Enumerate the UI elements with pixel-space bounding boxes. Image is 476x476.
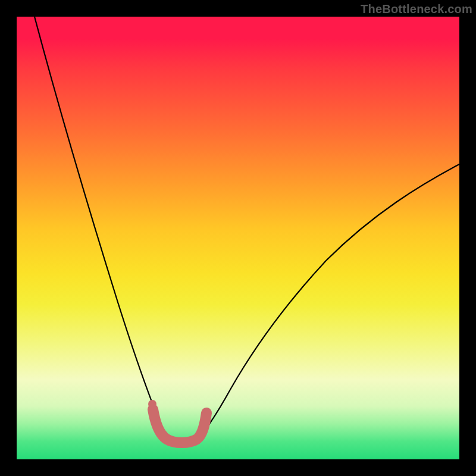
watermark-text: TheBottleneck.com bbox=[361, 2, 472, 16]
valley-fit-marker bbox=[153, 409, 206, 443]
chart-svg bbox=[17, 17, 459, 459]
curve-left bbox=[35, 17, 170, 441]
valley-fit-dot bbox=[148, 400, 156, 408]
curve-right bbox=[195, 164, 459, 441]
plot-area bbox=[17, 17, 459, 459]
chart-frame: TheBottleneck.com bbox=[0, 0, 476, 476]
